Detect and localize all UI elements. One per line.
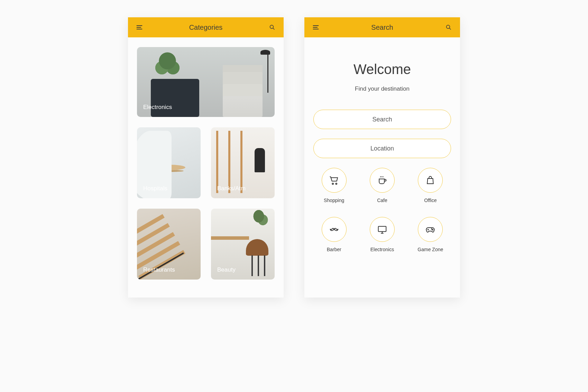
- search-placeholder: Search: [372, 116, 392, 123]
- quick-category-gamezone[interactable]: Game Zone: [410, 217, 451, 252]
- quick-category-office[interactable]: Office: [410, 168, 451, 203]
- svg-point-3: [336, 183, 337, 184]
- location-placeholder: Location: [370, 145, 394, 152]
- quick-category-barber[interactable]: Barber: [313, 217, 355, 252]
- search-content: Welcome Find your destination Search Loc…: [304, 37, 460, 298]
- icon-label: Shopping: [324, 198, 344, 203]
- quick-category-cafe[interactable]: Cafe: [361, 168, 403, 203]
- icon-label: Office: [424, 198, 437, 203]
- search-icon[interactable]: [268, 24, 276, 31]
- category-label: Hospitals: [143, 185, 167, 192]
- welcome-subtitle: Find your destination: [313, 85, 451, 92]
- shopping-cart-icon: [322, 168, 347, 193]
- search-icon[interactable]: [445, 24, 452, 31]
- menu-icon[interactable]: [136, 24, 143, 31]
- svg-point-5: [432, 229, 432, 229]
- categories-content: Electronics Hospitals Banks/Atm Restaura…: [128, 37, 284, 298]
- quick-category-shopping[interactable]: Shopping: [313, 168, 355, 203]
- page-title: Categories: [189, 24, 223, 31]
- category-card-electronics[interactable]: Electronics: [137, 47, 275, 117]
- search-input[interactable]: Search: [313, 110, 451, 129]
- svg-point-6: [432, 229, 433, 230]
- icon-label: Barber: [327, 247, 341, 252]
- page-title: Search: [371, 24, 393, 31]
- search-screen: Search Welcome Find your destination Sea…: [304, 17, 460, 298]
- icon-label: Electronics: [370, 247, 394, 252]
- app-header: Search: [304, 17, 460, 37]
- welcome-heading: Welcome: [313, 62, 451, 77]
- categories-screen: Categories Electronics Hospitals Banks/A…: [128, 17, 284, 298]
- category-card-banks[interactable]: Banks/Atm: [211, 127, 275, 198]
- quick-category-grid: Shopping Cafe Office Barber: [313, 168, 451, 252]
- menu-icon[interactable]: [312, 24, 320, 31]
- gamepad-icon: [418, 217, 443, 242]
- category-card-beauty[interactable]: Beauty: [211, 209, 275, 280]
- icon-label: Game Zone: [417, 247, 443, 252]
- category-card-hospitals[interactable]: Hospitals: [137, 127, 201, 198]
- category-label: Restaurants: [143, 266, 175, 273]
- location-input[interactable]: Location: [313, 139, 451, 158]
- quick-category-electronics[interactable]: Electronics: [361, 217, 403, 252]
- category-label: Banks/Atm: [217, 185, 246, 192]
- app-header: Categories: [128, 17, 284, 37]
- coffee-cup-icon: [370, 168, 395, 193]
- icon-label: Cafe: [377, 198, 387, 203]
- category-label: Beauty: [217, 266, 236, 273]
- bag-icon: [418, 168, 443, 193]
- svg-rect-4: [378, 226, 386, 231]
- category-card-restaurants[interactable]: Restaurants: [137, 209, 201, 280]
- mustache-icon: [322, 217, 347, 242]
- svg-point-2: [332, 183, 333, 184]
- category-label: Electronics: [143, 104, 172, 111]
- monitor-icon: [370, 217, 395, 242]
